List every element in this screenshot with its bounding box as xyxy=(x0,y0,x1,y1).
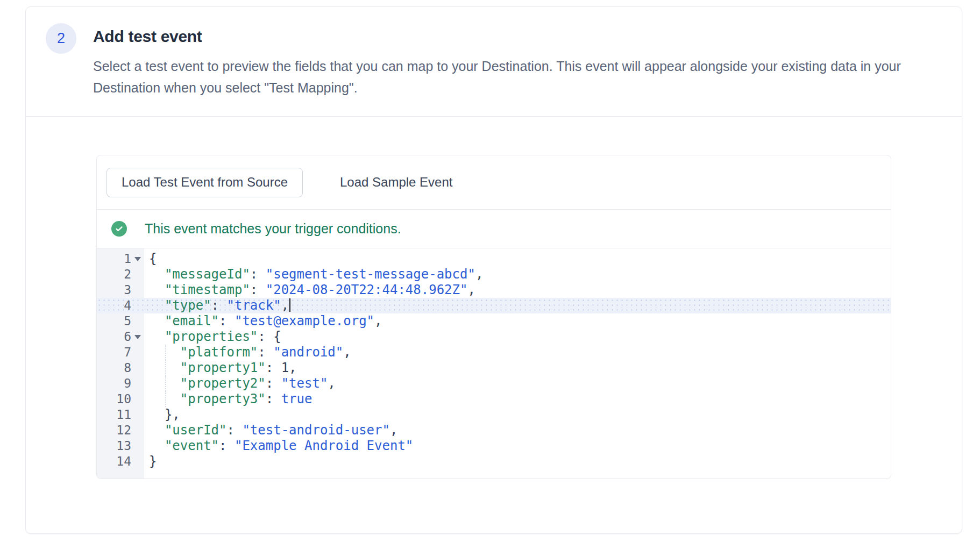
code-token: "test@example.org" xyxy=(235,313,374,329)
code-token xyxy=(149,376,180,391)
trigger-match-status: This event matches your trigger conditio… xyxy=(97,210,891,248)
code-token: "type" xyxy=(165,298,211,313)
code-line-content: "property2": "test", xyxy=(144,376,336,391)
code-token: , xyxy=(281,298,289,313)
code-line[interactable]: 7 "platform": "android", xyxy=(97,345,891,360)
header-divider xyxy=(26,116,962,117)
code-token: }, xyxy=(149,407,180,422)
fold-cell xyxy=(131,282,144,298)
code-token: : xyxy=(250,282,266,297)
code-token: "property3" xyxy=(180,391,266,406)
code-token: : xyxy=(258,345,273,360)
test-event-panel: Load Test Event from Source Load Sample … xyxy=(96,155,891,479)
load-sample-event-button[interactable]: Load Sample Event xyxy=(337,168,456,197)
code-token: , xyxy=(475,267,483,282)
code-token: { xyxy=(273,329,281,344)
code-token: : xyxy=(211,298,227,313)
code-line-content: "property3": true xyxy=(144,391,312,407)
line-number: 8 xyxy=(97,360,131,376)
code-editor-lines: 1{2 "messageId": "segment-test-message-a… xyxy=(97,248,891,469)
code-line-content: } xyxy=(144,454,157,469)
code-token: : xyxy=(219,438,235,453)
code-line[interactable]: 13 "event": "Example Android Event" xyxy=(97,438,891,454)
event-source-toolbar: Load Test Event from Source Load Sample … xyxy=(97,155,891,209)
code-editor[interactable]: 1{2 "messageId": "segment-test-message-a… xyxy=(97,248,891,479)
step-header: 2 Add test event Select a test event to … xyxy=(26,7,962,116)
code-line-content: "properties": { xyxy=(144,329,281,345)
code-line-content: "timestamp": "2024-08-20T22:44:48.962Z", xyxy=(144,282,475,298)
code-line[interactable]: 8 "property1": 1, xyxy=(97,360,891,376)
code-line[interactable]: 3 "timestamp": "2024-08-20T22:44:48.962Z… xyxy=(97,282,891,298)
code-token: "track" xyxy=(227,298,281,313)
code-token xyxy=(149,298,165,313)
code-line-content: { xyxy=(144,251,157,267)
code-token: : xyxy=(219,313,235,329)
fold-cell xyxy=(131,454,144,469)
line-number: 6 xyxy=(97,329,131,345)
code-token: , xyxy=(390,423,397,438)
line-number: 10 xyxy=(97,391,131,407)
code-token xyxy=(149,391,180,406)
code-line-content: }, xyxy=(144,407,180,423)
code-token: "test" xyxy=(281,376,328,391)
load-test-event-button[interactable]: Load Test Event from Source xyxy=(106,168,303,197)
line-number: 14 xyxy=(97,454,131,469)
code-token: : xyxy=(227,423,243,438)
code-token: "Example Android Event" xyxy=(235,438,413,453)
fold-cell xyxy=(131,313,144,329)
code-line[interactable]: 4 "type": "track", xyxy=(97,298,891,313)
code-line[interactable]: 6 "properties": { xyxy=(97,329,891,345)
success-check-icon xyxy=(111,221,127,237)
code-token: "email" xyxy=(165,313,219,329)
code-line[interactable]: 11 }, xyxy=(97,407,891,423)
code-token xyxy=(149,313,165,329)
fold-cell xyxy=(131,423,144,438)
code-token: "timestamp" xyxy=(165,282,250,297)
fold-cell xyxy=(131,376,144,391)
fold-cell xyxy=(131,345,144,360)
fold-arrow-icon[interactable] xyxy=(134,257,141,261)
fold-cell xyxy=(131,407,144,423)
line-number: 1 xyxy=(97,251,131,267)
code-line[interactable]: 14} xyxy=(97,454,891,469)
code-token: "properties" xyxy=(165,329,258,344)
fold-cell xyxy=(131,391,144,407)
code-line-content: "platform": "android", xyxy=(144,345,351,360)
code-line[interactable]: 9 "property2": "test", xyxy=(97,376,891,391)
line-number: 3 xyxy=(97,282,131,298)
code-line-content: "property1": 1, xyxy=(144,360,297,376)
code-token xyxy=(149,345,180,360)
code-token: "property2" xyxy=(180,376,266,391)
code-line[interactable]: 10 "property3": true xyxy=(97,391,891,407)
fold-arrow-icon[interactable] xyxy=(134,335,141,339)
code-token: "event" xyxy=(165,438,219,453)
line-number: 11 xyxy=(97,407,131,423)
fold-cell xyxy=(131,298,144,313)
code-token xyxy=(149,282,165,297)
code-line[interactable]: 12 "userId": "test-android-user", xyxy=(97,423,891,438)
code-token: : xyxy=(266,391,281,406)
code-token: { xyxy=(149,251,157,266)
code-token: , xyxy=(289,360,296,375)
code-token: : xyxy=(250,267,266,282)
code-token: "test-android-user" xyxy=(242,423,390,438)
fold-cell xyxy=(131,360,144,376)
code-token: "platform" xyxy=(180,345,258,360)
line-number: 5 xyxy=(97,313,131,329)
code-line-content: "event": "Example Android Event" xyxy=(144,438,413,454)
code-line[interactable]: 5 "email": "test@example.org", xyxy=(97,313,891,329)
fold-cell xyxy=(131,438,144,454)
code-token xyxy=(149,438,165,453)
code-token xyxy=(149,267,165,282)
code-line[interactable]: 1{ xyxy=(97,251,891,267)
text-caret xyxy=(289,298,290,312)
code-line[interactable]: 2 "messageId": "segment-test-message-abc… xyxy=(97,267,891,282)
code-token: "messageId" xyxy=(165,267,250,282)
status-message: This event matches your trigger conditio… xyxy=(145,221,401,237)
code-token: , xyxy=(328,376,335,391)
code-token: , xyxy=(343,345,351,360)
code-line-content: "type": "track", xyxy=(144,298,290,313)
code-token: "android" xyxy=(273,345,343,360)
code-token: } xyxy=(149,454,157,469)
code-token: : xyxy=(266,360,281,375)
